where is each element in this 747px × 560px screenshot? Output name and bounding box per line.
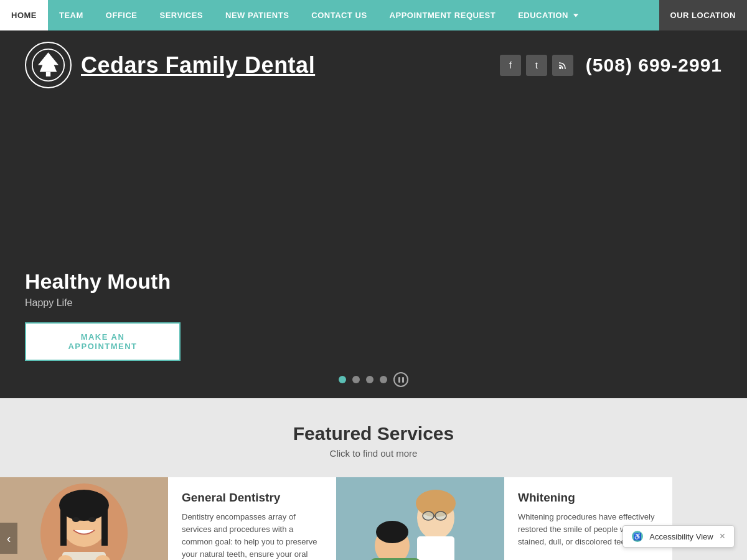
slide-dot-2[interactable] <box>352 376 360 383</box>
nav-home[interactable]: HOME <box>0 0 48 30</box>
facebook-icon[interactable]: f <box>500 55 521 76</box>
hero-title: Healthy Mouth <box>25 269 722 294</box>
svg-rect-9 <box>101 508 108 546</box>
service-desc-general-dentistry: Dentistry encompasses array of services … <box>182 511 322 560</box>
service-text-general-dentistry[interactable]: General Dentistry Dentistry encompasses … <box>168 477 336 560</box>
featured-header: Featured Services Click to find out more <box>0 423 747 459</box>
service-image-general-dentistry[interactable] <box>0 477 168 560</box>
slide-dot-3[interactable] <box>366 376 374 383</box>
svg-point-23 <box>376 521 408 543</box>
slideshow-pause-button[interactable] <box>393 372 408 387</box>
rss-icon[interactable] <box>552 55 573 76</box>
svg-point-10 <box>72 517 80 522</box>
twitter-icon[interactable]: t <box>526 55 547 76</box>
svg-rect-2 <box>46 72 50 77</box>
featured-subtitle: Click to find out more <box>0 448 747 459</box>
svg-point-17 <box>416 490 456 517</box>
service-name-general-dentistry: General Dentistry <box>182 491 322 505</box>
nav-new-patients[interactable]: NEW PATIENTS <box>214 0 300 30</box>
accessibility-close-button[interactable]: × <box>720 531 725 541</box>
service-name-whitening: Whitening <box>518 491 659 505</box>
svg-point-18 <box>423 511 434 520</box>
slide-dot-1[interactable] <box>339 376 346 383</box>
svg-point-11 <box>88 517 96 522</box>
person-2-illustration <box>336 477 504 560</box>
nav-education[interactable]: EDUCATION <box>507 11 583 20</box>
slideshow-dots <box>339 372 408 387</box>
hero-content: Healthy Mouth Happy Life MAKE AN APPOINT… <box>0 269 747 361</box>
svg-point-3 <box>559 67 561 69</box>
svg-rect-21 <box>417 536 454 560</box>
header-contact: f t (508) 699-2991 <box>500 55 722 76</box>
main-navigation: HOME TEAM OFFICE SERVICES NEW PATIENTS C… <box>0 0 747 30</box>
logo-tree-icon <box>31 48 65 82</box>
pause-bar-right <box>402 377 404 383</box>
nav-services[interactable]: SERVICES <box>149 0 215 30</box>
nav-contact-us[interactable]: CONTACT US <box>300 0 378 30</box>
service-text-whitening[interactable]: Whitening Whitening procedures have effe… <box>504 477 672 560</box>
slide-dot-4[interactable] <box>380 376 387 383</box>
nav-education-wrapper: EDUCATION <box>507 0 583 30</box>
accessibility-icon: ♿ <box>632 531 643 542</box>
accessibility-label[interactable]: Accessibility View <box>649 532 713 541</box>
header-branding: Cedars Family Dental <box>25 42 315 88</box>
site-title[interactable]: Cedars Family Dental <box>81 52 315 78</box>
site-logo[interactable] <box>25 42 72 88</box>
pause-bar-left <box>398 377 400 383</box>
nav-office[interactable]: OFFICE <box>95 0 149 30</box>
site-header: Cedars Family Dental f t (508) 699-2991 <box>0 30 747 100</box>
rss-svg <box>558 61 567 70</box>
hero-section: Healthy Mouth Happy Life MAKE AN APPOINT… <box>0 100 747 398</box>
nav-appointment-request[interactable]: APPOINTMENT REQUEST <box>378 0 507 30</box>
featured-title: Featured Services <box>0 423 747 444</box>
make-appointment-button[interactable]: MAKE AN APPOINTMENT <box>25 322 181 361</box>
services-carousel: ‹ <box>0 477 747 560</box>
social-icons-group: f t <box>500 55 573 76</box>
svg-marker-1 <box>38 52 59 72</box>
person-1-illustration <box>0 477 168 560</box>
nav-team[interactable]: TEAM <box>48 0 95 30</box>
nav-our-location[interactable]: OUR LOCATION <box>659 0 747 30</box>
svg-point-19 <box>435 511 446 520</box>
carousel-prev-button[interactable]: ‹ <box>0 523 17 554</box>
accessibility-bar: ♿ Accessibility View × <box>622 525 735 548</box>
phone-number[interactable]: (508) 699-2991 <box>586 55 722 76</box>
hero-subtitle: Happy Life <box>25 297 722 309</box>
svg-rect-8 <box>60 508 67 546</box>
service-image-whitening[interactable] <box>336 477 504 560</box>
